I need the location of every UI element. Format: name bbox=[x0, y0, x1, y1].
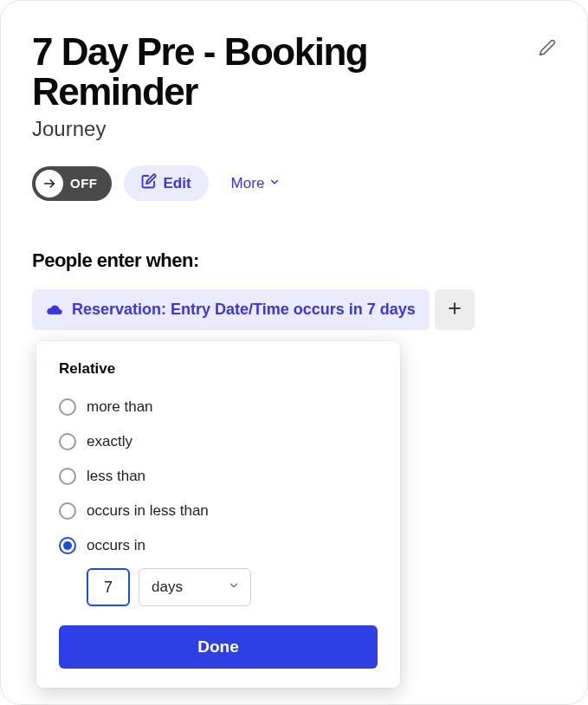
more-dropdown[interactable]: More bbox=[231, 175, 281, 192]
radio-icon bbox=[59, 433, 76, 450]
condition-row: Reservation: Entry Date/Time occurs in 7… bbox=[32, 289, 556, 330]
page-title: 7 Day Pre - Booking Reminder bbox=[32, 32, 500, 112]
edit-button[interactable]: Edit bbox=[124, 165, 209, 201]
add-condition-button[interactable] bbox=[435, 289, 475, 330]
journey-card: 7 Day Pre - Booking Reminder Journey OFF… bbox=[0, 0, 588, 705]
condition-text: Reservation: Entry Date/Time occurs in 7… bbox=[72, 301, 416, 319]
radio-label: exactly bbox=[87, 433, 132, 450]
done-button[interactable]: Done bbox=[59, 625, 378, 669]
condition-chip[interactable]: Reservation: Entry Date/Time occurs in 7… bbox=[32, 289, 430, 330]
radio-label: occurs in bbox=[87, 537, 145, 554]
duration-value-input[interactable] bbox=[87, 568, 130, 606]
radio-occurs-in-less-than[interactable]: occurs in less than bbox=[59, 494, 378, 528]
status-toggle[interactable]: OFF bbox=[32, 166, 112, 201]
radio-icon bbox=[59, 398, 76, 416]
unit-label: days bbox=[152, 579, 183, 596]
toggle-knob bbox=[36, 170, 63, 197]
duration-unit-select[interactable]: days bbox=[139, 568, 251, 606]
radio-label: more than bbox=[87, 398, 153, 416]
edit-button-label: Edit bbox=[164, 175, 191, 192]
radio-more-than[interactable]: more than bbox=[59, 390, 378, 424]
radio-label: less than bbox=[87, 468, 145, 485]
plus-icon bbox=[446, 300, 463, 320]
radio-less-than[interactable]: less than bbox=[59, 459, 378, 494]
cloud-icon bbox=[46, 304, 63, 316]
chevron-down-icon bbox=[228, 579, 240, 596]
value-row: days bbox=[87, 568, 378, 606]
pencil-icon[interactable] bbox=[539, 39, 556, 60]
chevron-down-icon bbox=[268, 175, 281, 192]
header-row: 7 Day Pre - Booking Reminder bbox=[32, 32, 556, 112]
popover-title: Relative bbox=[59, 360, 378, 378]
radio-icon bbox=[59, 468, 76, 485]
radio-label: occurs in less than bbox=[87, 502, 209, 520]
page-subtitle: Journey bbox=[32, 117, 556, 141]
radio-icon bbox=[59, 537, 76, 554]
edit-icon bbox=[141, 173, 157, 193]
more-label: More bbox=[231, 175, 265, 192]
enter-section-title: People enter when: bbox=[32, 249, 556, 272]
toggle-label: OFF bbox=[70, 176, 98, 191]
controls-row: OFF Edit More bbox=[32, 165, 556, 201]
relative-popover: Relative more than exactly less than occ… bbox=[36, 341, 400, 688]
radio-occurs-in[interactable]: occurs in bbox=[59, 528, 378, 563]
radio-icon bbox=[59, 502, 76, 520]
radio-exactly[interactable]: exactly bbox=[59, 424, 378, 459]
